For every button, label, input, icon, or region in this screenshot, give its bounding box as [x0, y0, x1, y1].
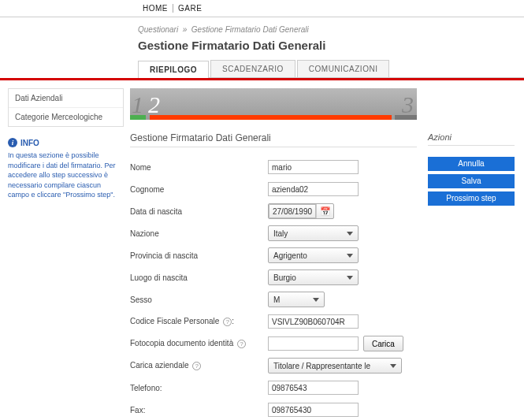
tab-bar: RIEPILOGO SCADENZARIO COMUNICAZIONI — [138, 60, 524, 78]
save-button[interactable]: Salva — [428, 174, 515, 188]
label-luogo: Luogo di nascita — [130, 273, 268, 282]
top-nav: HOME GARE — [0, 0, 524, 17]
section-title: Gestione Firmatario Dati Generali — [130, 132, 271, 143]
divider — [130, 147, 417, 147]
input-data-nascita[interactable] — [269, 204, 316, 218]
info-icon: i — [8, 138, 17, 147]
label-provincia: Provincia di nascita — [130, 251, 268, 260]
sidemenu-dati-aziendali[interactable]: Dati Aziendali — [9, 89, 123, 108]
divider — [428, 145, 515, 146]
label-cognome: Cognome — [130, 185, 268, 194]
label-nazione: Nazione — [130, 229, 268, 238]
tab-scadenzario[interactable]: SCADENZARIO — [210, 60, 295, 77]
input-cf[interactable] — [268, 314, 359, 329]
breadcrumb-parent[interactable]: Questionari — [138, 25, 178, 34]
nav-gare[interactable]: GARE — [173, 4, 206, 13]
tab-comunicazioni[interactable]: COMUNICAZIONI — [297, 60, 390, 77]
select-luogo[interactable]: Burgio — [268, 269, 359, 285]
input-telefono[interactable] — [268, 381, 359, 395]
label-carica: Carica aziendale ? — [130, 361, 268, 370]
actions-label: Azioni — [428, 132, 452, 142]
select-provincia[interactable]: Agrigento — [268, 247, 359, 263]
help-icon[interactable]: ? — [237, 340, 246, 348]
info-body: In questa sezione è possibile modificare… — [8, 151, 124, 200]
label-fax: Fax: — [130, 406, 268, 414]
upload-button[interactable]: Carica — [363, 336, 403, 351]
breadcrumb: Questionari » Gestione Firmatario Dati G… — [0, 17, 524, 37]
cancel-button[interactable]: Annulla — [428, 157, 515, 171]
select-nazione[interactable]: Italy — [268, 225, 359, 241]
step-bar-next — [395, 115, 417, 120]
next-step-button[interactable]: Prossimo step — [428, 191, 515, 206]
info-box: i INFO In questa sezione è possibile mod… — [8, 138, 124, 200]
breadcrumb-sep: » — [180, 25, 191, 34]
select-carica[interactable]: Titolare / Rappresentante le — [268, 358, 402, 374]
breadcrumb-current: Gestione Firmatario Dati Generali — [191, 25, 309, 34]
input-cognome[interactable] — [268, 182, 359, 196]
input-doc[interactable] — [268, 336, 359, 351]
help-icon[interactable]: ? — [223, 318, 232, 326]
step-bar-current — [150, 115, 392, 120]
label-nome: Nome — [130, 163, 268, 172]
label-sesso: Sesso — [130, 295, 268, 304]
input-nome[interactable] — [268, 160, 359, 174]
step-indicator: 1 2 3 — [130, 88, 417, 120]
label-doc: Fotocopia documento identità ? — [130, 339, 268, 348]
tab-riepilogo[interactable]: RIEPILOGO — [138, 61, 209, 78]
side-menu: Dati Aziendali Categorie Merceologiche — [8, 88, 124, 127]
label-cf: Codice Fiscale Personale ?: — [130, 317, 268, 326]
label-data-nascita: Data di nascita — [130, 207, 268, 216]
step-bar-done — [130, 115, 146, 120]
sidemenu-categorie[interactable]: Categorie Merceologiche — [9, 108, 123, 126]
select-sesso[interactable]: M — [268, 292, 325, 307]
input-fax[interactable] — [268, 403, 359, 417]
calendar-icon[interactable]: 📅 — [316, 204, 333, 218]
help-icon[interactable]: ? — [192, 362, 201, 370]
nav-home[interactable]: HOME — [138, 4, 173, 13]
label-telefono: Telefono: — [130, 384, 268, 392]
info-title: INFO — [20, 139, 39, 147]
page-title: Gestione Firmatario Dati Generali — [0, 37, 524, 60]
